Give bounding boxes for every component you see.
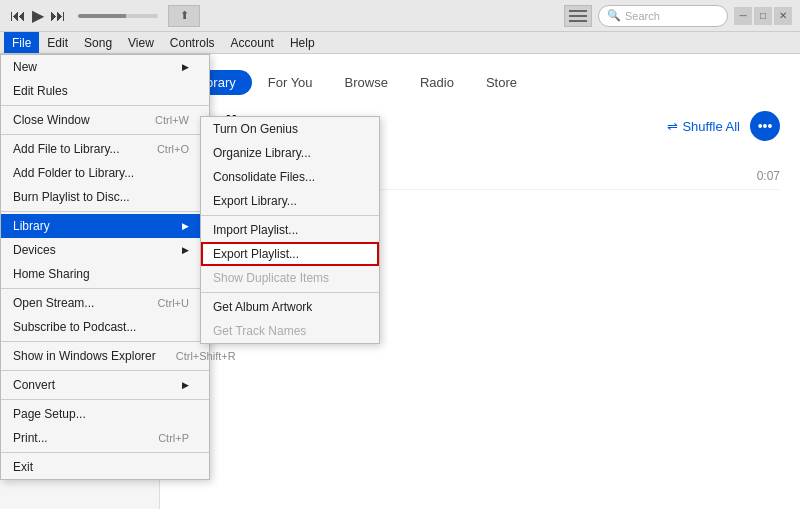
title-bar-left: ⏮ ▶ ⏭ ⬆: [8, 5, 200, 27]
more-button[interactable]: •••: [750, 111, 780, 141]
menu-add-folder[interactable]: Add Folder to Library...: [1, 161, 209, 185]
menu-new[interactable]: New: [1, 55, 209, 79]
menu-devices[interactable]: Devices: [1, 238, 209, 262]
menu-controls[interactable]: Controls: [162, 32, 223, 53]
menu-view[interactable]: View: [120, 32, 162, 53]
menu-bar: File Edit Song View Controls Account Hel…: [0, 32, 800, 54]
submenu-organize-library[interactable]: Organize Library...: [201, 141, 379, 165]
file-dropdown: New Edit Rules Close Window Ctrl+W Add F…: [0, 54, 210, 480]
submenu-get-album-artwork[interactable]: Get Album Artwork: [201, 295, 379, 319]
menu-help[interactable]: Help: [282, 32, 323, 53]
menu-home-sharing[interactable]: Home Sharing: [1, 262, 209, 286]
separator: [201, 215, 379, 216]
play-button[interactable]: ▶: [30, 6, 46, 25]
menu-edit-rules[interactable]: Edit Rules: [1, 79, 209, 103]
separator: [1, 452, 209, 453]
tab-radio[interactable]: Radio: [404, 70, 470, 95]
menu-page-setup[interactable]: Page Setup...: [1, 402, 209, 426]
volume-slider[interactable]: [78, 14, 158, 18]
submenu-export-playlist[interactable]: Export Playlist...: [201, 242, 379, 266]
library-submenu: Turn On Genius Organize Library... Conso…: [200, 116, 380, 344]
minimize-button[interactable]: ─: [734, 7, 752, 25]
rewind-button[interactable]: ⏮: [8, 7, 28, 25]
shuffle-button[interactable]: ⇌ Shuffle All: [667, 119, 740, 134]
submenu-export-library[interactable]: Export Library...: [201, 189, 379, 213]
menu-print[interactable]: Print... Ctrl+P: [1, 426, 209, 450]
menu-burn-playlist[interactable]: Burn Playlist to Disc...: [1, 185, 209, 209]
submenu-get-track-names: Get Track Names: [201, 319, 379, 343]
transport-controls: ⏮ ▶ ⏭: [8, 6, 68, 25]
separator: [1, 105, 209, 106]
maximize-button[interactable]: □: [754, 7, 772, 25]
search-icon: 🔍: [607, 9, 621, 22]
menu-show-windows-explorer[interactable]: Show in Windows Explorer Ctrl+Shift+R: [1, 344, 209, 368]
menu-account[interactable]: Account: [223, 32, 282, 53]
submenu-turn-on-genius[interactable]: Turn On Genius: [201, 117, 379, 141]
playlist-actions: ⇌ Shuffle All •••: [667, 111, 780, 141]
file-menu-dropdown: New Edit Rules Close Window Ctrl+W Add F…: [0, 54, 210, 480]
menu-file[interactable]: File: [4, 32, 39, 53]
menu-song[interactable]: Song: [76, 32, 120, 53]
submenu-consolidate-files[interactable]: Consolidate Files...: [201, 165, 379, 189]
search-box[interactable]: 🔍 Search: [598, 5, 728, 27]
shuffle-label: Shuffle All: [682, 119, 740, 134]
list-view-icon[interactable]: [564, 5, 592, 27]
shuffle-icon: ⇌: [667, 119, 678, 134]
separator: [1, 341, 209, 342]
airplay-button[interactable]: ⬆: [168, 5, 200, 27]
separator: [1, 134, 209, 135]
submenu-import-playlist[interactable]: Import Playlist...: [201, 218, 379, 242]
menu-library[interactable]: Library: [1, 214, 209, 238]
separator: [201, 292, 379, 293]
menu-open-stream[interactable]: Open Stream... Ctrl+U: [1, 291, 209, 315]
fastforward-button[interactable]: ⏭: [48, 7, 68, 25]
separator: [1, 370, 209, 371]
close-button[interactable]: ✕: [774, 7, 792, 25]
menu-exit[interactable]: Exit: [1, 455, 209, 479]
song-duration: 0:07: [757, 169, 780, 183]
title-right: 🔍 Search ─ □ ✕: [564, 5, 792, 27]
search-placeholder: Search: [625, 10, 660, 22]
menu-convert[interactable]: Convert: [1, 373, 209, 397]
window-controls: ─ □ ✕: [734, 7, 792, 25]
menu-add-file[interactable]: Add File to Library... Ctrl+O: [1, 137, 209, 161]
submenu-show-duplicate-items: Show Duplicate Items: [201, 266, 379, 290]
title-bar: ⏮ ▶ ⏭ ⬆ 🔍 Search ─ □ ✕: [0, 0, 800, 32]
menu-close-window[interactable]: Close Window Ctrl+W: [1, 108, 209, 132]
separator: [1, 288, 209, 289]
separator: [1, 211, 209, 212]
tab-for-you[interactable]: For You: [252, 70, 329, 95]
tab-browse[interactable]: Browse: [329, 70, 404, 95]
nav-tabs: Library For You Browse Radio Store: [180, 70, 780, 95]
menu-subscribe-podcast[interactable]: Subscribe to Podcast...: [1, 315, 209, 339]
menu-edit[interactable]: Edit: [39, 32, 76, 53]
tab-store[interactable]: Store: [470, 70, 533, 95]
separator: [1, 399, 209, 400]
